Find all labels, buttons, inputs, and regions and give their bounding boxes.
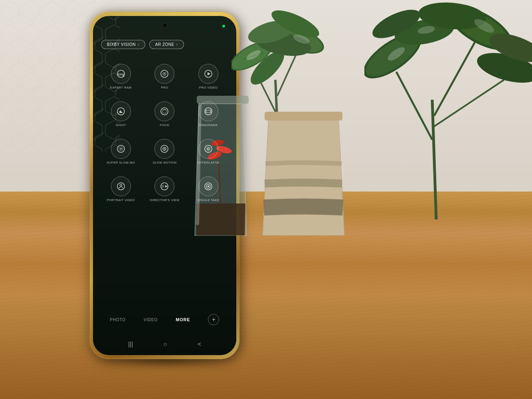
modes-row-3: SUPER SLOW-MO SLOW MOTION HYPERLAPSE	[99, 139, 230, 164]
right-plant-svg	[364, 0, 532, 219]
bixby-vision-label: BIXBY VISION	[107, 42, 136, 47]
phone-body: BIXBY VISION › AR ZONE › RAW EXPERT RAW	[90, 12, 239, 359]
hyperlapse-icon	[198, 139, 218, 159]
svg-point-60	[164, 148, 165, 150]
bottom-nav-tabs: PHOTO VIDEO MORE +	[93, 314, 236, 325]
video-tab[interactable]: VIDEO	[144, 318, 158, 322]
modes-row-1: RAW EXPERT RAW PRO PRO VI	[99, 64, 230, 89]
night-icon	[111, 101, 131, 121]
slow-motion-mode[interactable]: SLOW MOTION	[148, 139, 180, 164]
super-slow-mo-label: SUPER SLOW-MO	[107, 161, 135, 164]
portrait-video-mode[interactable]: PORTRAIT VIDEO	[105, 176, 137, 202]
pro-video-mode[interactable]: PRO VIDEO	[192, 64, 224, 89]
svg-point-48	[161, 108, 168, 115]
portrait-video-label: PORTRAIT VIDEO	[107, 198, 135, 202]
pro-icon	[154, 64, 174, 84]
panorama-mode[interactable]: PANORAMA	[192, 101, 224, 127]
svg-line-21	[432, 80, 504, 128]
svg-point-67	[162, 186, 164, 188]
add-icon: +	[212, 316, 216, 323]
expert-raw-mode[interactable]: RAW EXPERT RAW	[105, 64, 137, 89]
single-take-icon	[198, 176, 218, 196]
front-camera	[162, 23, 167, 28]
svg-point-44	[164, 73, 165, 75]
super-slow-mo-mode[interactable]: SUPER SLOW-MO	[105, 139, 137, 164]
svg-marker-68	[165, 185, 168, 188]
single-take-label: SINGLE TAKE	[198, 198, 219, 202]
camera-modes-grid: RAW EXPERT RAW PRO PRO VI	[99, 64, 230, 214]
panorama-label: PANORAMA	[199, 123, 218, 127]
svg-point-57	[120, 148, 122, 150]
recent-apps-icon[interactable]: |||	[128, 341, 133, 348]
green-indicator	[222, 25, 225, 28]
pro-mode[interactable]: PRO	[148, 64, 180, 89]
single-take-mode[interactable]: SINGLE TAKE	[192, 176, 224, 202]
modes-row-2: NIGHT FOOD PANORAMA	[99, 101, 230, 127]
svg-line-19	[396, 72, 432, 140]
android-nav-bar: ||| ○ <	[93, 341, 236, 348]
night-label: NIGHT	[116, 123, 126, 127]
svg-line-20	[434, 40, 476, 116]
svg-point-71	[208, 186, 209, 187]
svg-point-61	[205, 145, 212, 152]
back-icon[interactable]: <	[198, 341, 201, 348]
panorama-icon	[198, 101, 218, 121]
mode-buttons-row: BIXBY VISION › AR ZONE ›	[101, 40, 228, 49]
svg-point-62	[206, 147, 210, 151]
svg-point-63	[208, 148, 210, 150]
food-mode[interactable]: FOOD	[148, 101, 180, 127]
slow-motion-icon	[154, 139, 174, 159]
expert-raw-label: EXPERT RAW	[110, 86, 132, 89]
directors-view-label: DIRECTOR'S VIEW	[150, 198, 179, 202]
home-icon[interactable]: ○	[163, 341, 167, 348]
food-icon	[154, 101, 174, 121]
bixby-chevron-icon: ›	[138, 42, 139, 47]
phone: BIXBY VISION › AR ZONE › RAW EXPERT RAW	[90, 12, 239, 359]
slow-motion-label: SLOW MOTION	[153, 161, 177, 164]
bixby-vision-button[interactable]: BIXBY VISION ›	[101, 40, 145, 49]
hyperlapse-mode[interactable]: HYPERLAPSE	[192, 139, 224, 164]
directors-view-icon	[154, 176, 174, 196]
svg-line-18	[432, 100, 436, 219]
ar-zone-chevron-icon: ›	[176, 42, 178, 47]
svg-rect-54	[206, 110, 211, 113]
pro-label: PRO	[161, 86, 168, 89]
more-tab[interactable]: MORE	[176, 317, 190, 322]
modes-row-4: PORTRAIT VIDEO DIRECTOR'S VIEW SINGLE TA…	[99, 176, 230, 202]
pro-video-label: PRO VIDEO	[199, 86, 218, 89]
svg-marker-46	[208, 72, 210, 75]
ar-zone-button[interactable]: AR ZONE ›	[149, 40, 184, 49]
phone-screen: BIXBY VISION › AR ZONE › RAW EXPERT RAW	[93, 16, 236, 355]
svg-rect-39	[265, 112, 342, 120]
svg-point-65	[120, 184, 122, 186]
ar-zone-label: AR ZONE	[155, 42, 174, 47]
night-mode[interactable]: NIGHT	[105, 101, 137, 127]
pro-video-icon	[198, 64, 218, 84]
directors-view-mode[interactable]: DIRECTOR'S VIEW	[148, 176, 180, 202]
hyperlapse-label: HYPERLAPSE	[198, 161, 220, 164]
super-slow-mo-icon	[111, 139, 131, 159]
portrait-video-icon	[111, 176, 131, 196]
food-label: FOOD	[160, 123, 170, 127]
right-plant-group	[364, 0, 532, 219]
expert-raw-icon: RAW	[111, 64, 131, 84]
add-mode-button[interactable]: +	[208, 314, 219, 325]
photo-tab[interactable]: PHOTO	[110, 318, 126, 322]
